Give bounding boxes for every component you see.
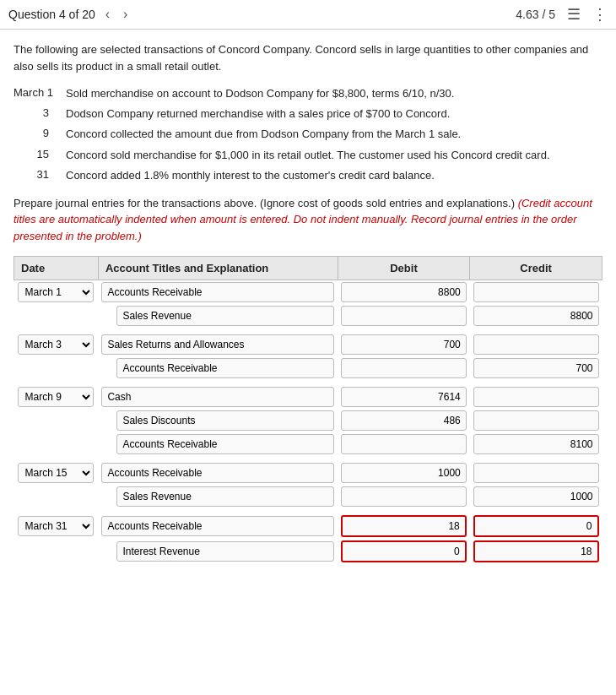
table-row: March 3 (14, 333, 602, 356)
credit-input[interactable] (473, 306, 599, 326)
debit-input[interactable] (341, 358, 467, 378)
date-select[interactable]: March 1 (18, 282, 94, 302)
intro-text: The following are selected transactions … (14, 41, 602, 74)
header-left: Question 4 of 20 ‹ › (8, 5, 131, 24)
instruction-text: Prepare journal entries for the transact… (14, 195, 602, 245)
tx-date: 3 (14, 106, 66, 119)
transactions-list: March 1 Sold merchandise on account to D… (14, 86, 602, 183)
header-credit: Credit (470, 257, 602, 280)
debit-input[interactable] (341, 463, 467, 483)
journal-table: Date Account Titles and Explanation Debi… (14, 256, 602, 564)
table-row (14, 304, 602, 328)
debit-input[interactable] (341, 410, 467, 431)
tx-date: March 1 (14, 86, 66, 99)
debit-input[interactable] (341, 387, 467, 407)
debit-input[interactable] (341, 434, 467, 454)
header-right: 4.63 / 5 ☰ ⋮ (516, 5, 608, 24)
list-item: 9 Concord collected the amount due from … (14, 127, 602, 142)
debit-input[interactable] (341, 515, 467, 537)
date-select[interactable]: March 15 (18, 463, 94, 483)
list-icon-button[interactable]: ☰ (567, 5, 581, 24)
account-input[interactable] (116, 410, 334, 431)
table-row (14, 539, 602, 564)
header-date: Date (14, 257, 99, 280)
tx-desc: Concord added 1.8% monthly interest to t… (66, 168, 602, 183)
list-item: 31 Concord added 1.8% monthly interest t… (14, 168, 602, 183)
account-input[interactable] (101, 387, 334, 407)
credit-input[interactable] (473, 515, 599, 537)
account-input[interactable] (116, 358, 334, 378)
debit-input[interactable] (341, 306, 467, 326)
tx-desc: Concord sold merchandise for $1,000 in i… (66, 148, 602, 163)
list-item: March 1 Sold merchandise on account to D… (14, 86, 602, 101)
table-row: March 15 (14, 461, 602, 485)
next-button[interactable]: › (120, 5, 131, 24)
credit-input[interactable] (473, 387, 599, 407)
table-row (14, 432, 602, 456)
question-label: Question 4 of 20 (8, 8, 95, 21)
credit-input[interactable] (473, 434, 599, 454)
header-account: Account Titles and Explanation (98, 257, 338, 280)
account-input[interactable] (101, 282, 334, 302)
date-select[interactable]: March 31 (18, 516, 94, 536)
score-display: 4.63 / 5 (516, 8, 555, 21)
account-input[interactable] (116, 434, 334, 454)
account-input[interactable] (116, 486, 334, 507)
tx-date: 9 (14, 127, 66, 139)
credit-input[interactable] (473, 540, 599, 562)
tx-desc: Dodson Company returned merchandise with… (66, 106, 602, 122)
table-row: March 1 (14, 280, 602, 305)
tx-date: 15 (14, 148, 66, 160)
account-input[interactable] (101, 516, 334, 536)
account-input[interactable] (101, 334, 334, 355)
credit-input[interactable] (473, 486, 599, 507)
credit-input[interactable] (473, 334, 599, 355)
debit-input[interactable] (341, 282, 467, 302)
table-row (14, 356, 602, 380)
account-input[interactable] (116, 541, 334, 562)
main-content: The following are selected transactions … (0, 30, 616, 576)
credit-input[interactable] (473, 463, 599, 483)
list-item: 3 Dodson Company returned merchandise wi… (14, 106, 602, 122)
tx-desc: Sold merchandise on account to Dodson Co… (66, 86, 602, 101)
date-select[interactable]: March 9 (18, 387, 94, 407)
header: Question 4 of 20 ‹ › 4.63 / 5 ☰ ⋮ (0, 0, 616, 30)
list-item: 15 Concord sold merchandise for $1,000 i… (14, 148, 602, 163)
date-select[interactable]: March 3 (18, 334, 94, 355)
tx-desc: Concord collected the amount due from Do… (66, 127, 602, 142)
header-debit: Debit (338, 257, 470, 280)
account-input[interactable] (101, 463, 334, 483)
table-row (14, 409, 602, 432)
debit-input[interactable] (341, 540, 467, 562)
instruction-plain: Prepare journal entries for the transact… (14, 197, 515, 209)
credit-input[interactable] (473, 410, 599, 431)
tx-date: 31 (14, 168, 66, 181)
table-row: March 9 (14, 385, 602, 409)
prev-button[interactable]: ‹ (102, 5, 113, 24)
debit-input[interactable] (341, 334, 467, 355)
credit-input[interactable] (473, 282, 599, 302)
debit-input[interactable] (341, 486, 467, 507)
table-row: March 31 (14, 513, 602, 539)
account-input[interactable] (116, 306, 334, 326)
table-row (14, 485, 602, 508)
more-icon-button[interactable]: ⋮ (592, 5, 608, 24)
credit-input[interactable] (473, 358, 599, 378)
